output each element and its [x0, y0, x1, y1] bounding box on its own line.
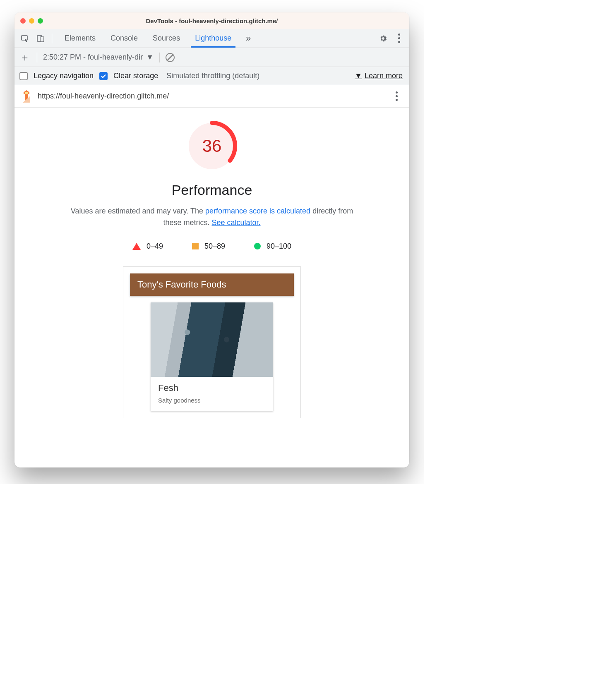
- more-menu-icon[interactable]: [393, 32, 405, 45]
- window-title: DevTools - foul-heavenly-direction.glitc…: [14, 17, 409, 24]
- desc-text: Values are estimated and may vary. The: [71, 207, 205, 215]
- inspect-element-icon[interactable]: [19, 32, 31, 45]
- legend-label: 0–49: [146, 242, 163, 251]
- food-card: Fesh Salty goodness: [151, 302, 273, 411]
- report-select[interactable]: 2:50:27 PM - foul-heavenly-dir ▼: [43, 53, 154, 62]
- tab-label: Elements: [65, 34, 96, 43]
- score-description: Values are estimated and may vary. The p…: [63, 206, 361, 229]
- page-screenshot-thumbnail: Tony's Favorite Foods Fesh Salty goodnes…: [123, 266, 301, 418]
- score-calc-link[interactable]: performance score is calculated: [205, 207, 310, 215]
- svg-rect-0: [22, 36, 27, 40]
- learn-more-link[interactable]: ▼ Learn more: [355, 72, 403, 80]
- food-title: Fesh: [158, 383, 266, 393]
- clear-storage-label: Clear storage: [113, 72, 158, 80]
- separator: [159, 53, 160, 62]
- tab-console[interactable]: Console: [103, 29, 145, 48]
- food-subtitle: Salty goodness: [158, 397, 266, 404]
- legend-mid: 50–89: [192, 242, 225, 251]
- clear-storage-checkbox[interactable]: [99, 72, 108, 80]
- devtools-window: DevTools - foul-heavenly-direction.glitc…: [14, 12, 409, 467]
- lighthouse-subbar: ＋ 2:50:27 PM - foul-heavenly-dir ▼: [14, 48, 409, 67]
- food-image: [151, 302, 273, 377]
- tab-sources[interactable]: Sources: [145, 29, 187, 48]
- lighthouse-report: 36 Performance Values are estimated and …: [14, 108, 409, 467]
- minimize-window-button[interactable]: [29, 18, 34, 24]
- performance-gauge: 36: [14, 119, 409, 173]
- legend-label: 90–100: [267, 242, 291, 251]
- legend-low: 0–49: [132, 242, 163, 251]
- svg-rect-2: [40, 37, 44, 42]
- chevron-down-icon: ▼: [146, 53, 154, 62]
- learn-more-label: Learn more: [365, 72, 403, 80]
- throttling-label: Simulated throttling (default): [166, 72, 259, 80]
- legacy-navigation-label: Legacy navigation: [34, 72, 94, 80]
- circle-icon: [254, 243, 261, 249]
- thumbnail-header: Tony's Favorite Foods: [130, 273, 294, 296]
- zoom-window-button[interactable]: [38, 18, 43, 24]
- legacy-navigation-checkbox[interactable]: [19, 72, 28, 80]
- chevron-down-icon: ▼: [355, 72, 362, 80]
- category-title: Performance: [14, 182, 409, 198]
- separator: [37, 53, 37, 62]
- tab-label: Sources: [153, 34, 180, 43]
- tab-lighthouse[interactable]: Lighthouse: [187, 29, 239, 48]
- device-toolbar-icon[interactable]: [34, 32, 47, 45]
- devtools-tabrow: Elements Console Sources Lighthouse »: [14, 29, 409, 48]
- lighthouse-icon: [21, 90, 32, 103]
- performance-score: 36: [185, 119, 239, 173]
- tab-label: Lighthouse: [195, 34, 231, 43]
- lighthouse-url-bar: https://foul-heavenly-direction.glitch.m…: [14, 85, 409, 108]
- separator: [52, 34, 52, 43]
- report-menu-icon[interactable]: [390, 90, 403, 103]
- settings-gear-icon[interactable]: [377, 32, 389, 45]
- legend-high: 90–100: [254, 242, 291, 251]
- legend-label: 50–89: [204, 242, 225, 251]
- window-titlebar: DevTools - foul-heavenly-direction.glitc…: [14, 12, 409, 29]
- new-report-button[interactable]: ＋: [19, 51, 31, 64]
- window-controls: [20, 18, 43, 24]
- svg-rect-3: [25, 92, 28, 94]
- tab-elements[interactable]: Elements: [57, 29, 103, 48]
- clear-report-icon[interactable]: [166, 53, 175, 62]
- triangle-icon: [132, 243, 141, 250]
- more-tabs-icon[interactable]: »: [242, 32, 255, 45]
- report-url: https://foul-heavenly-direction.glitch.m…: [38, 92, 384, 101]
- see-calculator-link[interactable]: See calculator.: [211, 218, 260, 227]
- panel-tabs: Elements Console Sources Lighthouse: [57, 29, 239, 48]
- report-select-label: 2:50:27 PM - foul-heavenly-dir: [43, 53, 143, 62]
- score-legend: 0–49 50–89 90–100: [14, 242, 409, 251]
- close-window-button[interactable]: [20, 18, 26, 24]
- tab-label: Console: [110, 34, 138, 43]
- square-icon: [192, 243, 199, 249]
- lighthouse-options-bar: Legacy navigation Clear storage Simulate…: [14, 67, 409, 85]
